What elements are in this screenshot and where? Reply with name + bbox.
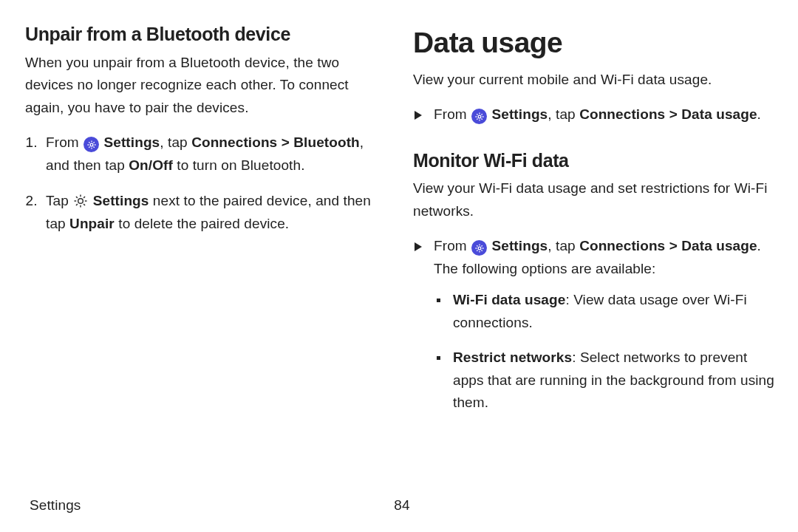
option-item: Restrict networks: Select networks to pr… [434, 347, 774, 415]
text: From [434, 106, 471, 122]
option-label: Restrict networks [453, 349, 572, 365]
text: From [46, 134, 83, 150]
option-list: Wi-Fi data usage: View data usage over W… [434, 289, 774, 415]
svg-point-2 [478, 115, 481, 118]
text: From [434, 238, 471, 253]
instruction-item: From Settings, tap Connections > Data us… [413, 103, 774, 126]
right-column: Data usage View your current mobile and … [413, 19, 774, 426]
left-column: Unpair from a Bluetooth device When you … [25, 19, 386, 426]
text: to delete the paired device. [115, 216, 289, 231]
nav-path: Connections > Data usage [579, 238, 757, 253]
instruction-item: From Settings, tap Connections > Data us… [413, 235, 774, 415]
step-1: From Settings, tap Connections > Bluetoo… [41, 132, 386, 177]
unpair-steps: From Settings, tap Connections > Bluetoo… [25, 132, 386, 236]
instruction-list: From Settings, tap Connections > Data us… [413, 103, 774, 126]
footer-section: Settings [30, 494, 81, 517]
unpair-intro: When you unpair from a Bluetooth device,… [25, 52, 386, 120]
option-item: Wi-Fi data usage: View data usage over W… [434, 289, 774, 335]
text: to turn on Bluetooth. [173, 157, 305, 173]
onoff-label: On/Off [129, 157, 173, 173]
text: . [757, 106, 761, 122]
instruction-list: From Settings, tap Connections > Data us… [413, 235, 774, 415]
settings-app-icon [83, 137, 99, 152]
nav-path: Connections > Bluetooth [191, 134, 360, 150]
settings-label: Settings [492, 238, 548, 253]
footer-page-number: 84 [394, 494, 409, 517]
settings-label: Settings [492, 106, 548, 122]
text: , tap [548, 106, 579, 122]
svg-point-3 [478, 247, 481, 250]
monitor-wifi-intro: View your Wi-Fi data usage and set restr… [413, 177, 774, 223]
page-footer: Settings 84 [30, 494, 774, 517]
step-2: Tap Settings next to the paired device, … [41, 190, 386, 236]
data-usage-title: Data usage [413, 19, 774, 66]
settings-app-icon [471, 109, 487, 124]
svg-point-1 [78, 199, 83, 204]
text: Tap [46, 193, 72, 208]
two-column-layout: Unpair from a Bluetooth device When you … [25, 19, 774, 426]
text: , tap [160, 134, 191, 150]
unpair-label: Unpair [69, 216, 115, 231]
settings-app-icon [471, 240, 487, 256]
nav-path: Connections > Data usage [579, 106, 757, 122]
settings-label: Settings [93, 193, 149, 208]
cog-icon [72, 193, 89, 209]
text: , tap [548, 238, 579, 253]
svg-point-0 [90, 143, 93, 146]
settings-label: Settings [104, 134, 160, 150]
option-label: Wi-Fi data usage [453, 292, 565, 307]
data-usage-intro: View your current mobile and Wi-Fi data … [413, 69, 774, 92]
monitor-wifi-heading: Monitor Wi-Fi data [413, 146, 774, 176]
unpair-heading: Unpair from a Bluetooth device [25, 19, 386, 50]
